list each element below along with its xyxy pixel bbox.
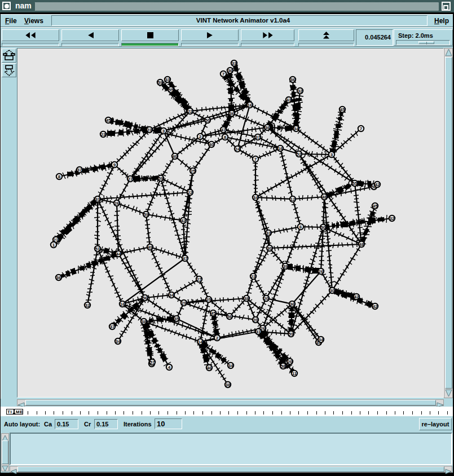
svg-text:37: 37 [77, 168, 82, 173]
svg-text:25: 25 [191, 169, 196, 174]
svg-text:38: 38 [142, 319, 147, 324]
svg-text:56: 56 [143, 296, 148, 301]
svg-text:34: 34 [116, 339, 121, 344]
svg-text:22: 22 [188, 109, 193, 114]
svg-text:20: 20 [288, 359, 293, 364]
svg-text:58: 58 [281, 364, 286, 369]
svg-text:34: 34 [169, 293, 174, 298]
svg-text:42: 42 [375, 182, 380, 187]
svg-text:25: 25 [206, 297, 211, 302]
svg-text:8: 8 [224, 135, 227, 140]
svg-text:38: 38 [226, 382, 231, 387]
svg-text:42: 42 [354, 294, 359, 299]
svg-text:12: 12 [290, 197, 296, 202]
svg-text:8: 8 [58, 174, 61, 179]
svg-text:9: 9 [113, 162, 116, 168]
svg-text:1: 1 [52, 243, 55, 248]
svg-text:59: 59 [289, 332, 294, 337]
svg-text:23: 23 [251, 274, 256, 279]
svg-text:36: 36 [228, 68, 233, 73]
svg-text:39: 39 [283, 264, 288, 269]
svg-text:37: 37 [110, 324, 115, 329]
svg-text:55: 55 [169, 87, 174, 92]
svg-text:50: 50 [321, 225, 326, 230]
svg-text:35: 35 [174, 316, 179, 321]
svg-text:34: 34 [253, 195, 258, 200]
svg-text:36: 36 [290, 302, 295, 307]
svg-text:38: 38 [244, 296, 249, 301]
svg-text:22: 22 [188, 190, 193, 195]
svg-text:42: 42 [181, 218, 186, 223]
svg-text:20: 20 [264, 296, 269, 301]
svg-text:7: 7 [222, 72, 225, 77]
svg-text:34: 34 [294, 126, 299, 131]
svg-text:45: 45 [106, 118, 111, 123]
svg-text:59: 59 [158, 80, 163, 85]
svg-text:32: 32 [390, 216, 395, 221]
svg-text:2: 2 [199, 134, 202, 139]
svg-text:45: 45 [211, 311, 216, 316]
svg-text:29: 29 [182, 301, 187, 306]
svg-text:20: 20 [253, 318, 258, 323]
svg-text:57: 57 [150, 360, 155, 365]
svg-text:26: 26 [319, 269, 324, 274]
svg-text:32: 32 [298, 89, 303, 94]
svg-text:45: 45 [373, 204, 378, 209]
svg-text:44: 44 [116, 252, 121, 257]
svg-text:16: 16 [278, 146, 283, 151]
svg-text:3: 3 [330, 152, 333, 157]
svg-text:16: 16 [248, 103, 253, 108]
svg-text:36: 36 [56, 275, 61, 280]
svg-text:48: 48 [322, 195, 327, 200]
svg-text:50: 50 [205, 118, 210, 123]
svg-text:40: 40 [209, 142, 214, 147]
svg-text:37: 37 [255, 135, 261, 140]
svg-text:46: 46 [207, 365, 212, 371]
svg-text:59: 59 [158, 176, 164, 181]
svg-text:24: 24 [235, 147, 240, 152]
svg-text:48: 48 [359, 242, 364, 247]
svg-text:6: 6 [299, 224, 302, 230]
svg-text:23: 23 [147, 127, 152, 133]
svg-text:11: 11 [292, 371, 297, 376]
svg-text:52: 52 [297, 152, 302, 157]
svg-text:34: 34 [319, 337, 324, 342]
svg-text:33: 33 [165, 77, 170, 82]
svg-text:36: 36 [290, 77, 296, 82]
svg-text:30: 30 [330, 288, 335, 293]
svg-text:36: 36 [265, 125, 270, 130]
svg-text:7: 7 [360, 126, 363, 131]
svg-text:47: 47 [183, 256, 188, 261]
svg-text:23: 23 [101, 132, 106, 137]
svg-text:33: 33 [95, 197, 100, 202]
svg-text:27: 27 [128, 177, 133, 182]
svg-text:26: 26 [114, 201, 120, 206]
svg-text:33: 33 [232, 61, 237, 66]
svg-text:42: 42 [373, 304, 378, 309]
svg-text:30: 30 [267, 246, 272, 251]
svg-text:4: 4 [168, 365, 171, 370]
svg-text:40: 40 [173, 154, 178, 159]
svg-text:51: 51 [95, 246, 100, 252]
svg-text:59: 59 [144, 212, 149, 217]
svg-text:43: 43 [286, 98, 292, 103]
svg-text:7: 7 [254, 157, 257, 162]
svg-text:45: 45 [340, 107, 345, 112]
svg-text:34: 34 [228, 363, 233, 368]
svg-text:47: 47 [221, 127, 226, 133]
svg-text:56: 56 [227, 314, 232, 319]
svg-text:27: 27 [197, 277, 202, 282]
svg-text:3: 3 [162, 129, 165, 134]
svg-text:55: 55 [352, 181, 358, 186]
svg-text:16: 16 [120, 302, 125, 307]
svg-text:2: 2 [216, 336, 219, 341]
svg-text:33: 33 [266, 231, 271, 236]
svg-text:36: 36 [230, 111, 235, 116]
svg-text:14: 14 [198, 340, 203, 345]
svg-text:49: 49 [148, 245, 153, 250]
svg-text:31: 31 [256, 329, 261, 334]
svg-text:32: 32 [85, 303, 90, 308]
